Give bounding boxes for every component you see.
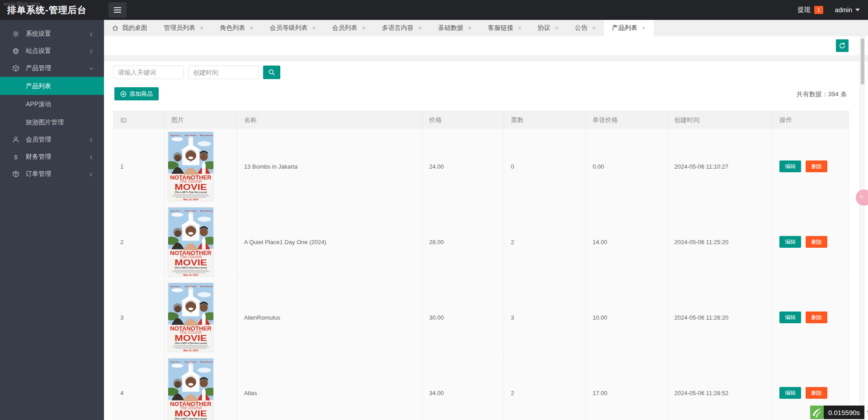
cell-name: Atlas	[237, 355, 422, 420]
withdraw-label: 提现	[798, 6, 811, 14]
sidebar-item-site-settings[interactable]: 站点设置	[0, 42, 104, 60]
header-cell: 图片	[165, 111, 237, 129]
admin-app: 排单系统-管理后台 提现 1 admin www.9fym.com 系统设置 站…	[0, 0, 868, 420]
username: admin	[835, 6, 852, 14]
sidebar-item-app-scroll[interactable]: APP滚动	[0, 95, 104, 113]
trace-leaf-icon[interactable]	[810, 406, 824, 419]
sidebar-item-finance-management[interactable]: $ 财务管理	[0, 148, 104, 165]
cell-name: A Quiet Place1 Day One (2024)	[237, 204, 422, 279]
sidebar-collapse-button[interactable]	[108, 2, 127, 18]
tab[interactable]: 公告 ×	[567, 20, 604, 36]
exec-time-badge[interactable]: 0.015590s	[824, 406, 864, 419]
cell-tickets: 2	[504, 355, 586, 420]
tab[interactable]: 管理员列表 ×	[156, 20, 212, 36]
svg-text:(This is NOT a Tyler Perry mov: (This is NOT a Tyler Perry movie)	[175, 342, 207, 344]
tab-label: 管理员列表	[164, 24, 195, 32]
toolbar-strip	[104, 36, 868, 55]
svg-text:Mickey Rourke: Mickey Rourke	[200, 134, 213, 137]
sidebar-item-label: 订单管理	[26, 170, 51, 178]
sidebar-item-product-management[interactable]: 产品管理	[0, 60, 104, 77]
cell-id: 2	[113, 204, 165, 279]
table-body: 1	[113, 129, 849, 420]
tab-close-icon[interactable]: ×	[642, 25, 646, 31]
cell-id: 3	[113, 280, 165, 355]
tab-label: 我的桌面	[122, 24, 147, 32]
cell-price: 34.00	[422, 355, 504, 420]
withdraw-menu[interactable]: 提现 1	[798, 6, 823, 14]
sidebar-item-member-management[interactable]: 会员管理	[0, 131, 104, 148]
cell-id: 4	[113, 355, 165, 420]
tab-label: 会员等级列表	[269, 24, 307, 32]
sidebar-item-label: 会员管理	[26, 136, 51, 144]
tab[interactable]: 会员列表 ×	[324, 20, 374, 36]
tab-close-icon[interactable]: ×	[250, 25, 253, 31]
edit-button[interactable]: 编辑	[779, 160, 801, 172]
service-icon: ☺	[859, 193, 864, 199]
tab-close-icon[interactable]: ×	[312, 25, 316, 31]
cell-unit-price: 0.00	[586, 129, 668, 204]
cell-image: Jamie Foxx Kevin Daniels Mickey Rourke N…	[165, 280, 237, 355]
tab[interactable]: 角色列表 ×	[212, 20, 261, 36]
tab-bar: 我的桌面 管理员列表 × 角色列表 × 会员等级列表 × 会员列表 × 多语言内…	[104, 20, 868, 36]
svg-text:MOVIE: MOVIE	[175, 182, 207, 192]
refresh-button[interactable]	[836, 39, 849, 52]
edit-button[interactable]: 编辑	[779, 236, 801, 248]
chevron-left-icon	[89, 31, 94, 37]
plus-circle-icon	[120, 91, 127, 97]
home-icon	[112, 25, 118, 31]
tab-label: 会员列表	[332, 24, 358, 32]
svg-text:Kevin Daniels: Kevin Daniels	[185, 285, 197, 288]
tab[interactable]: 会员等级列表 ×	[261, 20, 324, 36]
site-icon	[12, 47, 19, 55]
user-menu[interactable]: admin	[835, 6, 860, 14]
keyword-input[interactable]	[113, 66, 184, 79]
table-row: 4	[113, 355, 849, 420]
tab[interactable]: 基础数据 ×	[430, 20, 480, 36]
sidebar-item-travel-images[interactable]: 旅游图片管理	[0, 113, 104, 131]
tab[interactable]: 产品列表 ×	[604, 20, 654, 36]
create-time-input[interactable]	[188, 66, 259, 79]
svg-text:$: $	[14, 154, 18, 160]
delete-button[interactable]: 删除	[806, 311, 827, 323]
delete-button[interactable]: 删除	[806, 160, 827, 172]
delete-button[interactable]: 删除	[806, 236, 827, 248]
withdraw-badge: 1	[814, 6, 823, 14]
chevron-left-icon	[89, 171, 94, 177]
svg-text:Jamie Foxx: Jamie Foxx	[170, 361, 180, 363]
sidebar-item-system-settings[interactable]: 系统设置	[0, 25, 104, 42]
search-button[interactable]	[263, 66, 280, 79]
sidebar-item-product-list[interactable]: 产品列表	[0, 77, 104, 95]
tab-close-icon[interactable]: ×	[418, 25, 422, 31]
tab-close-icon[interactable]: ×	[555, 25, 558, 31]
tab-close-icon[interactable]: ×	[518, 25, 521, 31]
tab[interactable]: 我的桌面	[104, 20, 156, 36]
svg-text:May 10, 2024: May 10, 2024	[183, 198, 198, 201]
sidebar-item-label: 站点设置	[26, 47, 51, 55]
finance-icon: $	[12, 153, 19, 160]
sidebar-item-label: 产品管理	[26, 64, 51, 72]
svg-text:May 10, 2024: May 10, 2024	[183, 349, 198, 352]
tab-label: 公告	[575, 24, 588, 32]
tab[interactable]: 协议 ×	[529, 20, 566, 36]
cell-image: Jamie Foxx Kevin Daniels Mickey Rourke N…	[165, 355, 237, 420]
gear-icon	[12, 30, 19, 38]
tab[interactable]: 多语言内容 ×	[374, 20, 430, 36]
header-cell: 价格	[422, 111, 504, 129]
tab-label: 产品列表	[612, 24, 637, 32]
cell-actions: 编辑 删除	[773, 204, 849, 279]
sidebar-item-order-management[interactable]: 订单管理	[0, 165, 104, 183]
add-product-button[interactable]: 添加商品	[114, 87, 159, 100]
tab-label: 客服链接	[488, 24, 513, 32]
tab-close-icon[interactable]: ×	[200, 25, 203, 31]
edit-button[interactable]: 编辑	[779, 311, 801, 323]
scrollbar-thumb[interactable]	[861, 38, 864, 85]
tab-close-icon[interactable]: ×	[468, 25, 472, 31]
svg-text:Mickey Rourke: Mickey Rourke	[200, 210, 213, 212]
delete-button[interactable]: 删除	[806, 387, 827, 399]
edit-button[interactable]: 编辑	[779, 387, 801, 399]
tab[interactable]: 客服链接 ×	[480, 20, 529, 36]
tab-close-icon[interactable]: ×	[592, 25, 596, 31]
cell-image: Jamie Foxx Kevin Daniels Mickey Rourke N…	[165, 204, 237, 279]
search-icon	[268, 69, 275, 76]
tab-close-icon[interactable]: ×	[362, 25, 366, 31]
